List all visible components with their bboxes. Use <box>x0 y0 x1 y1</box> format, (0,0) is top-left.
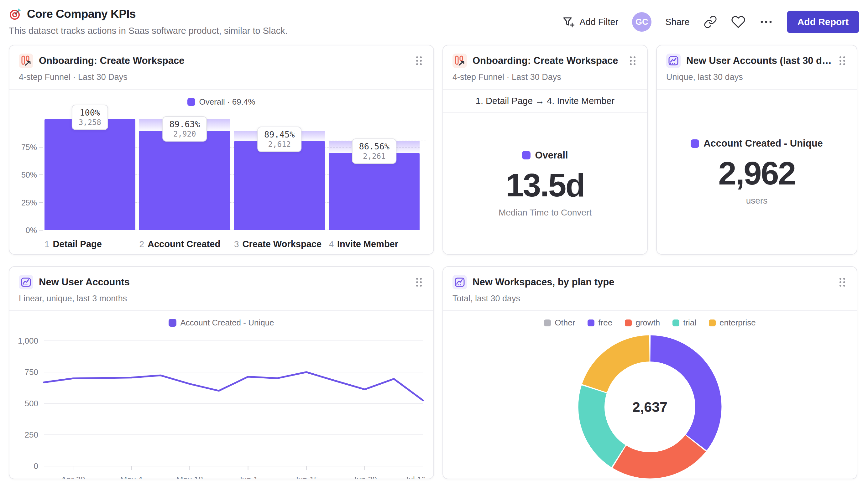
funnel-step-label[interactable]: 4 Invite Member <box>329 239 398 249</box>
legend-swatch <box>625 320 632 326</box>
funnel-step-label[interactable]: 3 Create Workspace <box>234 239 321 249</box>
donut-slice-free[interactable] <box>651 348 709 442</box>
card-header: New User Accounts Linear, unique, last 3… <box>9 267 433 311</box>
funnel-step-range[interactable]: 1. Detail Page → 4. Invite Member <box>443 90 647 113</box>
line-x-tick-label: Apr 20 <box>61 475 85 479</box>
more-options-icon[interactable] <box>759 20 773 24</box>
donut-legend-item[interactable]: trial <box>673 318 696 328</box>
line-y-tick-label: 500 <box>25 399 38 408</box>
metric-legend[interactable]: Overall <box>522 150 568 161</box>
funnel-bar[interactable] <box>329 153 420 230</box>
funnel-bar[interactable] <box>44 119 135 230</box>
card-time-to-convert: Onboarding: Create Workspace 4-step Funn… <box>442 45 648 255</box>
card-header: Onboarding: Create Workspace 4-step Funn… <box>9 45 433 90</box>
metric-body: Account Created - Unique 2,962 users <box>657 90 857 254</box>
legend-swatch <box>522 151 530 159</box>
legend-label: enterprise <box>719 318 756 328</box>
page-subtitle: This dataset tracks actions in Saas soft… <box>9 26 288 36</box>
donut-legend-item[interactable]: enterprise <box>709 318 756 328</box>
line-x-tick-label: Jul 13 <box>405 475 425 479</box>
legend-label: trial <box>683 318 696 328</box>
copy-link-icon[interactable] <box>704 15 717 29</box>
funnel-conversion-pct: 89.45% <box>264 130 295 139</box>
legend-label: Other <box>555 318 575 328</box>
line-x-tick-label: May 18 <box>177 475 203 479</box>
legend-label: growth <box>636 318 660 328</box>
funnel-step-label[interactable]: 2 Account Created <box>139 239 220 249</box>
drag-handle-icon[interactable] <box>837 54 847 67</box>
metric-legend[interactable]: Account Created - Unique <box>691 138 823 149</box>
metric-value: 2,962 <box>718 155 795 192</box>
metric-caption: users <box>746 196 767 206</box>
legend-swatch <box>544 320 551 326</box>
donut-legend-item[interactable]: growth <box>625 318 660 328</box>
card-new-users-30d: New User Accounts (last 30 days) Unique,… <box>656 45 857 255</box>
card-subtitle: Linear, unique, last 3 months <box>19 294 424 303</box>
add-filter-button[interactable]: Add Filter <box>561 15 618 29</box>
legend-swatch <box>691 139 699 148</box>
donut-slice-trial[interactable] <box>591 389 618 456</box>
drag-handle-icon[interactable] <box>414 275 424 289</box>
funnel-step-label[interactable]: 1 Detail Page <box>44 239 102 249</box>
line-chart: Account Created - Unique 02505007501,000… <box>9 311 433 479</box>
drag-handle-icon[interactable] <box>414 54 424 67</box>
donut-legend-item[interactable]: free <box>588 318 612 328</box>
user-avatar[interactable]: GC <box>632 12 651 32</box>
funnel-chart: Overall · 69.4% 75%50%25%0% 100% 3,258 8… <box>9 90 433 255</box>
legend-swatch <box>187 98 195 106</box>
line-plot: 02505007501,000Apr 20May 4May 18Jun 1Jun… <box>18 328 425 479</box>
card-title[interactable]: New User Accounts (last 30 days) <box>686 55 832 66</box>
funnel-x-axis: 1 Detail Page 2 Account Created 3 Create… <box>44 236 420 255</box>
card-title[interactable]: New User Accounts <box>39 276 408 288</box>
funnel-bar-tooltip: 89.45% 2,612 <box>257 127 302 152</box>
card-subtitle: 4-step Funnel · Last 30 Days <box>453 72 638 82</box>
funnel-y-tick <box>39 174 43 175</box>
legend-swatch <box>673 320 679 326</box>
line-legend[interactable]: Account Created - Unique <box>18 318 425 328</box>
funnel-y-tick <box>39 147 43 148</box>
funnel-count: 2,920 <box>169 130 200 138</box>
drag-handle-icon[interactable] <box>628 54 638 67</box>
funnel-chart-icon <box>453 54 467 68</box>
card-new-users-line: New User Accounts Linear, unique, last 3… <box>9 266 434 479</box>
metric-body: Overall 13.5d Median Time to Convert <box>443 113 647 254</box>
donut-slice-growth[interactable] <box>620 443 696 465</box>
line-x-tick-label: Jun 29 <box>352 475 377 479</box>
card-title[interactable]: Onboarding: Create Workspace <box>39 55 408 66</box>
dashboard-page: Core Company KPIs This dataset tracks ac… <box>0 0 868 479</box>
share-button[interactable]: Share <box>665 17 689 27</box>
funnel-count: 2,261 <box>359 152 390 161</box>
insights-chart-icon <box>19 275 33 289</box>
donut-plot: 2,637 <box>574 331 726 479</box>
funnel-bar-tooltip: 100% 3,258 <box>72 105 108 130</box>
funnel-bar-tooltip: 89.63% 2,920 <box>162 116 207 141</box>
legend-label: Overall <box>535 150 568 161</box>
funnel-bar[interactable] <box>234 141 325 230</box>
line-y-tick-label: 1,000 <box>18 336 38 346</box>
add-report-button[interactable]: Add Report <box>787 11 859 33</box>
card-title[interactable]: Onboarding: Create Workspace <box>472 55 622 66</box>
favorite-heart-icon[interactable] <box>731 15 745 29</box>
legend-swatch <box>588 320 594 326</box>
drag-handle-icon[interactable] <box>837 275 847 289</box>
line-y-tick-label: 0 <box>34 461 38 471</box>
donut-center-label: 2,637 <box>632 399 668 415</box>
donut-legend-item[interactable]: Other <box>544 318 575 328</box>
donut-slice-enterprise[interactable] <box>594 348 649 388</box>
funnel-y-tick-label: 50% <box>21 170 37 180</box>
line-x-tick-label: Jun 15 <box>294 475 319 479</box>
card-title[interactable]: New Workspaces, by plan type <box>472 276 832 288</box>
funnel-y-tick <box>39 202 43 203</box>
header-left: Core Company KPIs This dataset tracks ac… <box>9 7 288 36</box>
metric-value: 13.5d <box>506 167 584 204</box>
funnel-bar[interactable] <box>139 131 230 230</box>
dartboard-icon <box>9 7 22 21</box>
metric-caption: Median Time to Convert <box>499 208 592 218</box>
card-subtitle: 4-step Funnel · Last 30 Days <box>19 72 424 82</box>
line-series[interactable] <box>44 372 423 400</box>
funnel-count: 3,258 <box>79 118 101 127</box>
funnel-bar-tooltip: 86.56% 2,261 <box>352 138 396 164</box>
cards-grid: Onboarding: Create Workspace 4-step Funn… <box>9 45 859 479</box>
legend-label: Overall · 69.4% <box>199 97 255 107</box>
card-subtitle: Unique, last 30 days <box>666 72 847 82</box>
